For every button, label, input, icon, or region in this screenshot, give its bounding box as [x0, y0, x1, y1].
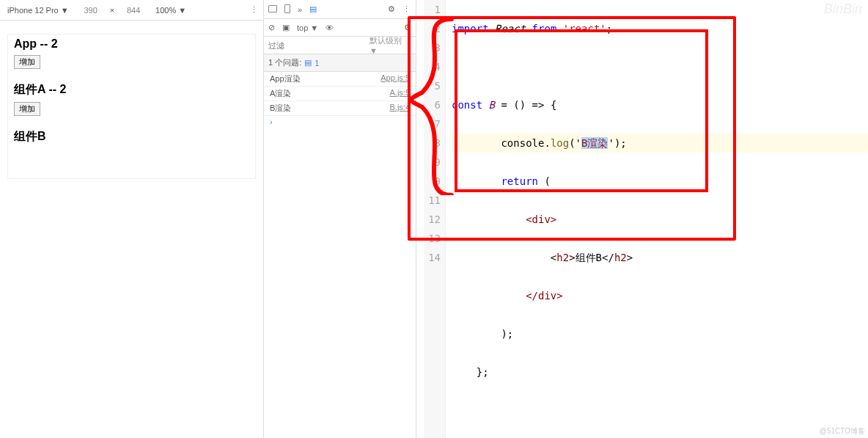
log-msg: A渲染: [270, 88, 291, 99]
log-source-link[interactable]: A.js:5: [389, 88, 410, 99]
issues-bar[interactable]: 1 个问题: ▤ 1: [264, 54, 416, 72]
log-entry[interactable]: B渲染 B.js:4: [264, 101, 416, 116]
log-source-link[interactable]: B.js:4: [389, 103, 410, 114]
watermark-bottom: @51CTO博客: [820, 426, 865, 437]
code-editor[interactable]: 1 2 3 4 5 6 7 8 9 0 11 12 13 14 import R…: [416, 0, 868, 438]
device-width[interactable]: 390: [76, 6, 106, 15]
component-a-add-button[interactable]: 增加: [14, 102, 40, 116]
devtools-pane: » ▤ ⚙ ⋮ ⊘ ▣ top ▼ 👁 ⚙ 默认级别 ▼ 1 个问题: ▤ 1 …: [264, 0, 416, 438]
log-entry[interactable]: A渲染 A.js:5: [264, 87, 416, 101]
device-toolbar: iPhone 12 Pro ▼ 390 × 844 100% ▼ ⋮: [0, 0, 263, 21]
inspect-icon[interactable]: [268, 5, 277, 14]
chat-icon[interactable]: ▤: [309, 4, 317, 14]
log-entry[interactable]: App渲染 App.js:5: [264, 72, 416, 87]
console-toolbar: ⊘ ▣ top ▼ 👁 ⚙: [264, 19, 416, 37]
line-gutter: 1 2 3 4 5 6 7 8 9 0 11 12 13 14: [424, 0, 446, 438]
code-area[interactable]: import React from 'react'; const B = () …: [446, 0, 868, 438]
issues-chat-icon: ▤: [304, 58, 312, 67]
live-expr-icon[interactable]: 👁: [326, 23, 334, 32]
log-msg: B渲染: [270, 103, 291, 114]
more-tabs-icon[interactable]: »: [298, 5, 302, 14]
watermark-top: BinBin: [824, 1, 862, 17]
component-a-title: 组件A -- 2: [14, 82, 249, 98]
log-level-select[interactable]: 默认级别 ▼: [369, 35, 411, 55]
device-select[interactable]: iPhone 12 Pro ▼: [4, 4, 72, 16]
context-select[interactable]: top ▼: [297, 23, 318, 32]
console-prompt[interactable]: ›: [264, 116, 416, 128]
component-b-title: 组件B: [14, 129, 249, 145]
devtools-tabbar: » ▤ ⚙ ⋮: [264, 0, 416, 19]
log-source-link[interactable]: App.js:5: [380, 73, 410, 84]
console-settings-icon[interactable]: ⚙: [404, 23, 411, 32]
preview-pane: iPhone 12 Pro ▼ 390 × 844 100% ▼ ⋮ App -…: [0, 0, 264, 438]
preview-body: App -- 2 增加 组件A -- 2 增加 组件B: [0, 21, 263, 438]
issues-count: 1: [315, 59, 319, 67]
console-filter-row: 默认级别 ▼: [264, 37, 416, 54]
zoom-select[interactable]: 100% ▼: [152, 4, 189, 16]
devtools-menu-icon[interactable]: ⋮: [402, 4, 411, 14]
clear-console-icon[interactable]: ⊘: [268, 23, 275, 32]
settings-gear-icon[interactable]: ⚙: [388, 4, 395, 14]
ide-pane: 1 2 3 4 5 6 7 8 9 0 11 12 13 14 import R…: [416, 0, 868, 438]
app-title: App -- 2: [14, 37, 249, 51]
log-msg: App渲染: [270, 73, 301, 84]
issues-label: 1 个问题:: [268, 57, 301, 68]
device-height[interactable]: 844: [119, 6, 148, 15]
app-add-button[interactable]: 增加: [14, 55, 40, 69]
dim-separator: ×: [110, 6, 114, 15]
device-menu-icon[interactable]: ⋮: [250, 5, 259, 15]
console-sidebar-icon[interactable]: ▣: [282, 23, 290, 32]
console-filter-input[interactable]: [268, 41, 369, 50]
device-mode-icon[interactable]: [284, 4, 290, 15]
